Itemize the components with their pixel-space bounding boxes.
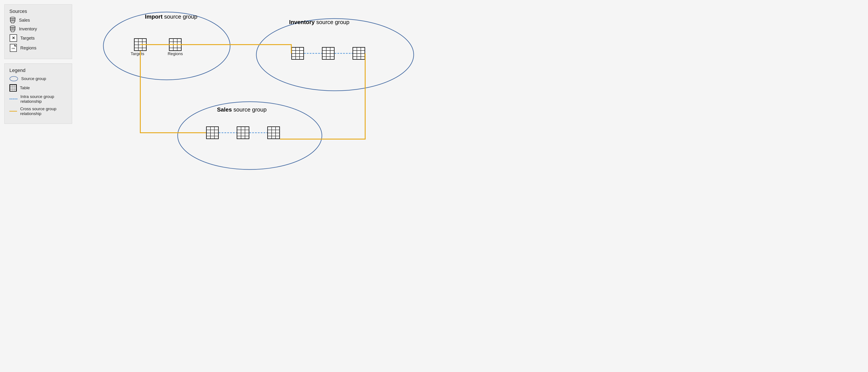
svg-rect-49 bbox=[322, 48, 326, 50]
inventory-t1-table bbox=[291, 47, 304, 60]
svg-rect-32 bbox=[169, 48, 173, 50]
svg-rect-83 bbox=[215, 133, 218, 136]
source-item-regions: csv Regions bbox=[9, 44, 67, 52]
svg-rect-106 bbox=[276, 130, 279, 133]
svg-rect-110 bbox=[268, 136, 271, 138]
svg-rect-24 bbox=[174, 39, 177, 41]
svg-rect-77 bbox=[215, 127, 218, 130]
svg-rect-52 bbox=[322, 51, 326, 53]
import-group-ellipse bbox=[103, 12, 230, 80]
svg-rect-66 bbox=[357, 51, 361, 53]
svg-rect-86 bbox=[215, 136, 218, 138]
svg-rect-58 bbox=[322, 57, 326, 59]
svg-rect-94 bbox=[237, 133, 241, 136]
svg-rect-89 bbox=[241, 127, 245, 130]
excel-icon-targets: ✕ bbox=[9, 34, 17, 42]
svg-rect-34 bbox=[178, 48, 181, 50]
legend-box: Legend Source group Table Intra source g… bbox=[4, 63, 72, 124]
inventory-group-ellipse bbox=[256, 19, 414, 91]
svg-rect-80 bbox=[215, 130, 218, 133]
intra-line-icon bbox=[9, 98, 18, 99]
database-icon-sales bbox=[9, 17, 16, 23]
svg-rect-19 bbox=[135, 48, 138, 50]
svg-rect-85 bbox=[211, 136, 214, 138]
svg-rect-36 bbox=[292, 48, 296, 50]
svg-rect-69 bbox=[357, 54, 361, 56]
svg-rect-38 bbox=[300, 48, 303, 50]
svg-rect-63 bbox=[357, 48, 361, 50]
svg-rect-41 bbox=[300, 51, 303, 53]
svg-point-8 bbox=[10, 77, 18, 81]
svg-rect-23 bbox=[169, 39, 173, 41]
svg-rect-111 bbox=[272, 136, 275, 138]
svg-rect-40 bbox=[296, 51, 299, 53]
source-item-inventory: Inventory bbox=[9, 26, 67, 32]
database-icon-inventory bbox=[9, 26, 16, 32]
svg-rect-109 bbox=[276, 133, 279, 136]
sales-t4-table bbox=[206, 126, 219, 139]
svg-rect-70 bbox=[361, 54, 365, 56]
legend-item-cross: Cross source group relationship bbox=[9, 107, 67, 116]
legend-item-intra: Intra source group relationship bbox=[9, 94, 67, 104]
svg-rect-71 bbox=[353, 57, 356, 59]
svg-rect-57 bbox=[331, 54, 334, 56]
legend-item-table: Table bbox=[9, 84, 67, 92]
svg-rect-39 bbox=[292, 51, 296, 53]
svg-rect-37 bbox=[296, 48, 299, 50]
svg-rect-93 bbox=[245, 130, 249, 133]
inventory-group-label: Inventory source group bbox=[289, 19, 349, 25]
svg-rect-78 bbox=[207, 130, 210, 133]
svg-rect-31 bbox=[178, 45, 181, 48]
svg-rect-47 bbox=[300, 57, 303, 59]
svg-rect-75 bbox=[207, 127, 210, 130]
svg-rect-90 bbox=[245, 127, 249, 130]
svg-rect-18 bbox=[143, 45, 146, 48]
diagram-area: Import source group Inventory source gro… bbox=[79, 4, 430, 181]
source-label-inventory: Inventory bbox=[19, 26, 37, 31]
svg-rect-44 bbox=[300, 54, 303, 56]
svg-rect-68 bbox=[353, 54, 356, 56]
svg-rect-21 bbox=[143, 48, 146, 50]
svg-rect-112 bbox=[276, 136, 279, 138]
svg-rect-95 bbox=[241, 133, 245, 136]
inventory-t3-table bbox=[352, 47, 365, 60]
svg-rect-73 bbox=[361, 57, 365, 59]
svg-rect-54 bbox=[331, 51, 334, 53]
legend-ellipse-icon bbox=[9, 76, 18, 82]
svg-rect-104 bbox=[268, 130, 271, 133]
svg-rect-51 bbox=[331, 48, 334, 50]
svg-rect-65 bbox=[353, 51, 356, 53]
sales-t5-table bbox=[237, 126, 249, 139]
import-group-label: Import source group bbox=[145, 13, 197, 20]
sales-group-label: Sales source group bbox=[217, 106, 267, 113]
svg-rect-76 bbox=[211, 127, 214, 130]
cross-line-import-to-inventory bbox=[182, 45, 291, 53]
svg-rect-17 bbox=[138, 45, 142, 48]
svg-rect-92 bbox=[241, 130, 245, 133]
svg-rect-60 bbox=[331, 57, 334, 59]
svg-rect-67 bbox=[361, 51, 365, 53]
source-label-sales: Sales bbox=[19, 18, 30, 23]
source-label-targets: Targets bbox=[20, 36, 35, 41]
import-regions-label: Regions bbox=[167, 51, 183, 56]
svg-rect-30 bbox=[174, 45, 177, 48]
svg-rect-105 bbox=[272, 130, 275, 133]
legend-table-icon bbox=[9, 84, 17, 92]
svg-rect-64 bbox=[361, 48, 365, 50]
svg-rect-96 bbox=[245, 133, 249, 136]
source-label-regions: Regions bbox=[20, 46, 36, 51]
svg-rect-11 bbox=[138, 39, 142, 41]
svg-rect-84 bbox=[207, 136, 210, 138]
csv-icon-regions: csv bbox=[9, 44, 17, 52]
source-item-sales: Sales bbox=[9, 17, 67, 23]
svg-rect-99 bbox=[245, 136, 249, 138]
sources-title: Sources bbox=[9, 8, 67, 14]
svg-rect-45 bbox=[292, 57, 296, 59]
svg-rect-91 bbox=[237, 130, 241, 133]
svg-rect-33 bbox=[174, 48, 177, 50]
svg-rect-103 bbox=[276, 127, 279, 130]
svg-rect-72 bbox=[357, 57, 361, 59]
source-item-targets: ✕ Targets bbox=[9, 34, 67, 42]
legend-label-intra: Intra source group relationship bbox=[21, 94, 67, 104]
legend-title: Legend bbox=[9, 67, 67, 73]
